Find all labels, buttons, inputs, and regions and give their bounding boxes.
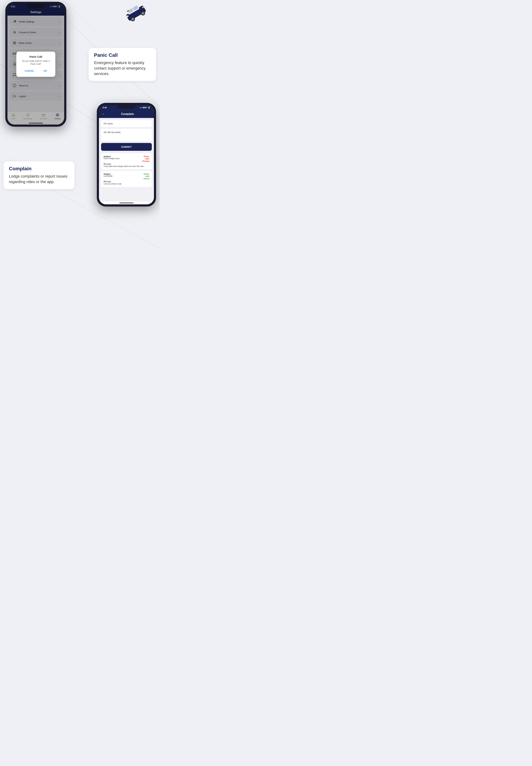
panic-call-feature-desc: Emergency feature to quickly contact sup…	[94, 60, 151, 76]
complaint-2-subject-label: Subject	[104, 173, 113, 175]
back-button[interactable]: ←	[102, 112, 105, 116]
phone1-settings: 9:21 ▪▪▪ WiFi 🔋 Settings	[5, 2, 66, 127]
subject-input[interactable]: AC issue	[101, 120, 152, 127]
complain-feature-box: Complain Lodge complaints or report issu…	[4, 161, 74, 189]
panic-call-feature-box: Panic Call Emergency feature to quickly …	[89, 48, 156, 81]
complaint-item-2: Subject Lost Mobile 30 Nov2023Solved Mes…	[101, 171, 152, 187]
message-value: AC did not work|	[104, 131, 120, 134]
dialog-message: Do you really want to make a Panic Call?	[20, 60, 52, 66]
complain-header: ← Complain	[99, 110, 154, 118]
subject-value: AC issue	[104, 122, 113, 125]
dialog-title: Panic Call	[20, 55, 52, 58]
complaint-2-subject-value: Lost Mobile	[104, 175, 113, 177]
panic-call-feature-title: Panic Call	[94, 52, 151, 58]
complain-title: Complain	[107, 112, 148, 116]
complaint-1-subject-label: Subject	[104, 155, 120, 157]
complaint-1-message-label: Message	[104, 163, 149, 165]
phone2-time: 4:44	[102, 106, 107, 109]
panic-call-dialog: Panic Call Do you really want to make a …	[16, 52, 55, 77]
complain-feature-title: Complain	[9, 166, 69, 171]
phone2-signal: ▪▪▪	[140, 106, 142, 109]
complaint-2-status: 30 Nov2023Solved	[143, 173, 149, 180]
complaint-1-subject-value: Extra Charges issue	[104, 157, 120, 159]
complaint-2-message-value: Lost my I phone in cab	[104, 183, 149, 185]
car-illustration	[122, 4, 149, 22]
dialog-cancel-button[interactable]: CANCEL	[21, 68, 38, 73]
phone2-complain: 4:44 ▪▪▪ WiFi 🔋 ← Complain AC i	[97, 103, 156, 206]
dialog-buttons: CANCEL OK	[20, 68, 52, 73]
phone2-battery-icon: 🔋	[148, 106, 150, 109]
phone2-notch	[118, 105, 135, 109]
complain-feature-desc: Lodge complaints or report issues regard…	[9, 174, 69, 185]
complaint-2-message-label: Message	[104, 181, 149, 182]
complain-body: AC issue AC did not work| SUBMIT Subject	[99, 118, 154, 201]
complaint-1-message-value: I have paid extra charges which are not …	[104, 165, 149, 167]
message-input[interactable]: AC did not work|	[101, 129, 152, 141]
phone2-wifi-icon: WiFi	[143, 106, 147, 109]
submit-button[interactable]: SUBMIT	[101, 143, 152, 151]
complaint-item-1: Subject Extra Charges issue 30 Nov2023Pe…	[101, 153, 152, 169]
phone2-home-indicator	[99, 201, 154, 204]
panic-call-dialog-overlay: Panic Call Do you really want to make a …	[7, 4, 64, 124]
dialog-ok-button[interactable]: OK	[40, 68, 51, 73]
complaint-1-status: 30 Nov2023Pending	[142, 155, 149, 162]
